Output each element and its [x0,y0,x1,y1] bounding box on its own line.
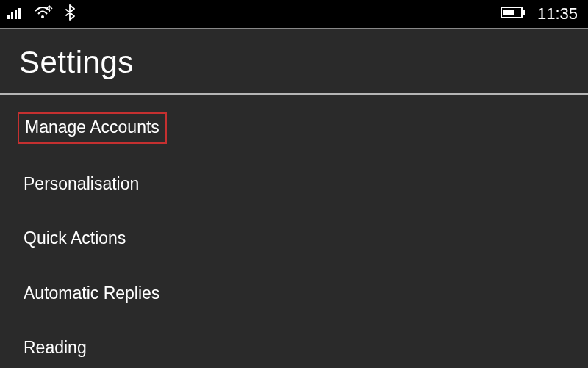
settings-header: Settings [0,29,588,93]
page-title: Settings [19,45,569,80]
wifi-icon [34,5,54,23]
status-bar: 11:35 [0,0,588,28]
svg-rect-7 [503,10,514,15]
battery-icon [501,6,526,22]
status-time: 11:35 [537,4,578,24]
menu-item-personalisation[interactable]: Personalisation [18,170,145,199]
svg-rect-3 [18,8,21,19]
status-right: 11:35 [501,4,578,24]
menu-item-quick-actions[interactable]: Quick Actions [18,225,132,253]
svg-rect-0 [7,15,10,19]
menu-item-manage-accounts[interactable]: Manage Accounts [18,112,167,144]
svg-point-4 [41,15,44,18]
svg-rect-2 [15,10,17,19]
status-left [7,4,75,24]
svg-rect-6 [523,10,525,15]
menu-item-automatic-replies[interactable]: Automatic Replies [18,280,165,309]
bluetooth-icon [65,4,75,24]
svg-rect-1 [11,12,13,19]
signal-icon [7,6,24,22]
settings-menu: Manage Accounts Personalisation Quick Ac… [0,95,588,368]
menu-item-reading[interactable]: Reading [18,334,93,363]
